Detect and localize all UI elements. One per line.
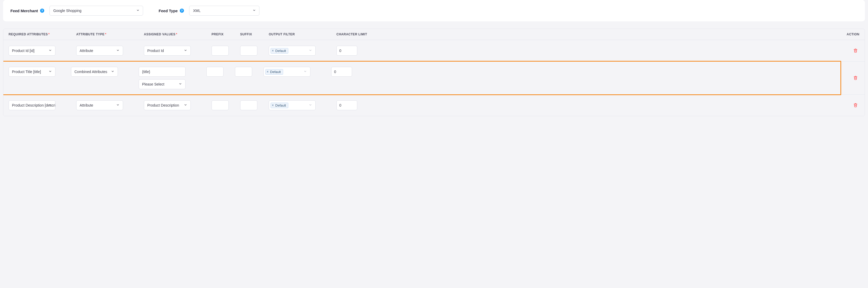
col-attrtype: ATTRIBUTE TYPE* — [76, 33, 144, 36]
chevron-down-icon — [252, 8, 256, 13]
required-star: * — [176, 33, 177, 36]
chevron-down-icon — [303, 70, 307, 74]
table-row: Product Id [id] Attribute Product Id — [3, 40, 865, 62]
attribute-type-select[interactable]: Attribute — [76, 100, 123, 110]
output-filter-tag-text: Default — [270, 70, 281, 74]
tag-remove-icon[interactable]: × — [267, 70, 269, 73]
col-required-text: REQUIRED ATTRIBUTES — [8, 33, 48, 36]
feed-type-select[interactable]: XML — [189, 6, 259, 15]
suffix-input[interactable] — [240, 46, 257, 56]
feed-merchant-field: Feed Merchant ? Google Shopping — [10, 6, 143, 15]
output-filter-select[interactable]: × Default — [264, 67, 310, 77]
chevron-down-icon — [49, 70, 52, 74]
delete-row-button[interactable] — [851, 74, 860, 82]
tag-remove-icon[interactable]: × — [272, 49, 274, 52]
highlighted-row-box: Product Title [title] Combined Attribute… — [3, 61, 841, 95]
feed-type-field: Feed Type ? XML — [159, 6, 259, 15]
grid-header: REQUIRED ATTRIBUTES* ATTRIBUTE TYPE* ASS… — [3, 29, 865, 40]
attribute-type-value: Attribute — [80, 48, 93, 53]
required-attribute-select[interactable]: Product Title [title] — [8, 67, 55, 77]
assigned-extra-value: Please Select — [142, 82, 164, 86]
col-suffix: SUFFIX — [240, 33, 269, 36]
feed-settings-card: Feed Merchant ? Google Shopping Feed Typ… — [3, 0, 865, 21]
character-limit-input[interactable] — [336, 46, 357, 56]
assigned-value-select[interactable]: Product Description — [144, 100, 191, 110]
help-icon[interactable]: ? — [40, 8, 44, 13]
feed-merchant-value: Google Shopping — [53, 8, 82, 13]
output-filter-tag: × Default — [271, 103, 288, 108]
trash-icon — [853, 75, 858, 80]
delete-row-button[interactable] — [851, 101, 860, 110]
output-filter-tag: × Default — [266, 69, 283, 75]
required-attribute-select[interactable]: Product Id [id] — [8, 46, 55, 56]
attribute-type-select[interactable]: Combined Attributes — [71, 67, 118, 77]
tag-remove-icon[interactable]: × — [272, 104, 274, 107]
output-filter-tag-text: Default — [275, 49, 286, 53]
required-attribute-value: Product Title [title] — [12, 70, 41, 74]
chevron-down-icon — [309, 48, 312, 53]
feed-merchant-select[interactable]: Google Shopping — [50, 6, 143, 15]
trash-icon — [853, 48, 858, 53]
feed-merchant-label-text: Feed Merchant — [10, 8, 38, 13]
required-attribute-select[interactable]: Product Description [description] — [8, 100, 55, 110]
col-required: REQUIRED ATTRIBUTES* — [8, 33, 76, 36]
suffix-input[interactable] — [235, 67, 252, 77]
chevron-down-icon — [111, 70, 115, 74]
chevron-down-icon — [136, 8, 140, 13]
col-assigned: ASSIGNED VALUES* — [144, 33, 212, 36]
suffix-input[interactable] — [240, 100, 257, 110]
assigned-value-select[interactable]: Product Id — [144, 46, 191, 56]
col-prefix: PREFIX — [212, 33, 240, 36]
assigned-value-text: Product Description — [147, 103, 179, 107]
col-attrtype-text: ATTRIBUTE TYPE — [76, 33, 104, 36]
chevron-down-icon — [309, 103, 312, 108]
chevron-down-icon — [49, 48, 52, 53]
trash-icon — [853, 103, 858, 107]
character-limit-input[interactable] — [331, 67, 352, 77]
feed-type-label-text: Feed Type — [159, 8, 178, 13]
prefix-input[interactable] — [206, 67, 223, 77]
required-star: * — [49, 33, 50, 36]
attribute-type-value: Combined Attributes — [74, 70, 107, 74]
required-attribute-value: Product Description [description] — [12, 103, 55, 107]
chevron-down-icon — [116, 48, 120, 53]
col-output: OUTPUT FILTER — [269, 33, 336, 36]
table-row: Product Title [title] Combined Attribute… — [3, 62, 865, 95]
assigned-value-input[interactable] — [139, 67, 186, 77]
output-filter-select[interactable]: × Default — [269, 100, 316, 110]
assigned-extra-select[interactable]: Please Select — [139, 79, 186, 89]
col-assigned-text: ASSIGNED VALUES — [144, 33, 175, 36]
required-star: * — [105, 33, 106, 36]
feed-type-value: XML — [193, 8, 200, 13]
col-action: ACTION — [844, 33, 860, 36]
output-filter-select[interactable]: × Default — [269, 46, 316, 56]
chevron-down-icon — [184, 103, 187, 108]
output-filter-tag-text: Default — [275, 103, 286, 107]
prefix-input[interactable] — [212, 100, 229, 110]
feed-merchant-label: Feed Merchant ? — [10, 8, 44, 13]
feed-type-label: Feed Type ? — [159, 8, 184, 13]
required-attribute-value: Product Id [id] — [12, 48, 34, 53]
prefix-input[interactable] — [212, 46, 229, 56]
chevron-down-icon — [116, 103, 120, 108]
character-limit-input[interactable] — [336, 100, 357, 110]
attribute-type-select[interactable]: Attribute — [76, 46, 123, 56]
delete-row-button[interactable] — [851, 46, 860, 55]
output-filter-tag: × Default — [271, 48, 288, 53]
chevron-down-icon — [179, 82, 182, 86]
chevron-down-icon — [184, 48, 187, 53]
table-row: Product Description [description] Attrib… — [3, 95, 865, 116]
col-charlimit: CHARACTER LIMIT — [336, 33, 386, 36]
assigned-value-text: Product Id — [147, 48, 164, 53]
attribute-type-value: Attribute — [80, 103, 93, 107]
help-icon[interactable]: ? — [180, 8, 184, 13]
attributes-grid: REQUIRED ATTRIBUTES* ATTRIBUTE TYPE* ASS… — [3, 29, 865, 116]
